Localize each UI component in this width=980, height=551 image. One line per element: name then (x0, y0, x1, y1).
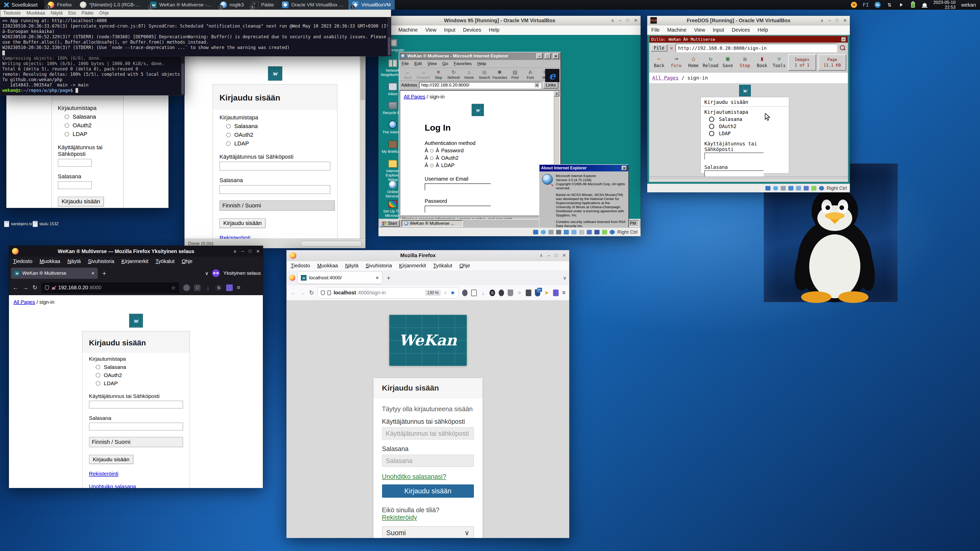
extension-shield-icon[interactable] (471, 289, 477, 296)
signin-button[interactable]: Kirjaudu sisään (382, 484, 474, 498)
hamburger-menu-icon[interactable]: ≡ (237, 284, 240, 291)
terminal-output[interactable]: => App running at: http://localhost:4000… (0, 17, 391, 56)
extension-gray-shield-icon[interactable] (508, 289, 513, 296)
task-nsgtk3[interactable]: 2 nsgtk3 (216, 0, 248, 10)
extension-puzzle-icon[interactable] (226, 284, 233, 291)
extension-dark-icon[interactable] (499, 289, 504, 296)
extension-fingerprint-icon[interactable] (462, 289, 468, 296)
radio-icon[interactable] (709, 124, 714, 129)
firefox-titlebar[interactable]: WeKan ® Multiverse — Mozilla Firefox Yks… (9, 246, 263, 257)
url-bar[interactable]: localhost :4000/sign-in 130 % ⁘ ★ (318, 287, 458, 299)
close-icon[interactable]: ✕ (622, 166, 627, 170)
extension-squares-icon[interactable]: ⁘ (517, 289, 522, 296)
radio-ldap[interactable]: LDAP (65, 131, 117, 138)
username-input[interactable] (89, 401, 183, 408)
desktop-icon-file2[interactable]: taulu 1532 (33, 221, 59, 227)
vm-features-icon[interactable] (602, 230, 607, 234)
username-input[interactable] (58, 159, 92, 167)
radio-icon[interactable] (430, 164, 434, 167)
radio-oauth2[interactable]: OAuth2 (226, 132, 331, 138)
menu-item[interactable]: View (428, 61, 437, 66)
firefox-titlebar[interactable]: Mozilla Firefox ∧ – □ ✕ (286, 250, 569, 261)
dialog-titlebar[interactable]: About Internet Explorer ✕ (539, 165, 628, 171)
task-virtualbox-manager[interactable]: Oracle VM VirtualBox M... (278, 0, 348, 10)
vboxdos-titlebar[interactable]: DOS FreeDOS [Running] - Oracle VM Virtua… (647, 16, 850, 25)
extension-pointer-icon[interactable]: ➤ (544, 289, 549, 296)
stop-button[interactable]: ☒Stop (737, 54, 753, 68)
radio-icon[interactable] (65, 123, 69, 128)
bookmark-star-icon[interactable]: ☆ (171, 285, 176, 291)
radio-password[interactable]: ÂÂPassword (425, 148, 559, 154)
close-icon[interactable]: ✕ (256, 249, 260, 254)
menu-item[interactable]: Tiedosto (3, 11, 21, 16)
vm-display-icon[interactable] (803, 186, 809, 191)
language-select[interactable]: Finnish / Suomi (89, 437, 183, 447)
menu-item[interactable]: Input (713, 27, 724, 33)
menu-item[interactable]: Sivuhistoria (88, 259, 114, 264)
vm-floppy-icon[interactable] (549, 230, 554, 234)
vbox95-titlebar[interactable]: Windows 95 [Running] - Oracle VM Virtual… (379, 16, 641, 25)
radio-icon[interactable] (65, 132, 69, 137)
dillo-titlebar[interactable]: Dillo: WeKan Â® Multiverse ✕ (649, 36, 848, 43)
extension-s-icon[interactable]: S (490, 289, 495, 296)
radio-oauth2[interactable]: ÂÂOAuth2 (425, 155, 559, 161)
downloads-icon[interactable]: ↓ (480, 289, 486, 296)
vm-hdd-icon[interactable] (533, 230, 538, 234)
radio-password[interactable]: Salasana (96, 364, 183, 370)
task-gimp[interactable]: *[Nimetön]-1.0 (RGB-vä... (76, 0, 146, 10)
hamburger-menu-icon[interactable]: ≡ (562, 289, 566, 296)
vm-network-icon[interactable] (564, 230, 569, 234)
menu-item[interactable]: Ohje (182, 259, 192, 264)
radio-icon[interactable] (430, 149, 434, 152)
links-button[interactable]: Links (543, 82, 558, 89)
tracking-shield-icon[interactable] (45, 286, 49, 290)
menu-item[interactable]: Favorites (454, 61, 472, 66)
volume-icon[interactable] (898, 2, 904, 8)
back-icon[interactable]: ← (290, 289, 296, 296)
desktop-icon-file[interactable]: sandqero.txt (4, 221, 33, 227)
menu-item[interactable]: Machine (398, 27, 418, 33)
stop-button[interactable]: ✕Stop (431, 69, 445, 79)
menu-item[interactable]: Tiedosto (13, 259, 32, 264)
notification-bell-icon[interactable] (921, 2, 928, 8)
menu-item[interactable]: Go (442, 61, 448, 66)
minimize-icon[interactable]: – (829, 18, 831, 23)
radio-password[interactable]: Salasana (226, 123, 331, 130)
all-pages-link[interactable]: All Pages (14, 299, 35, 305)
minimize-icon[interactable]: – (619, 18, 621, 23)
url-bar[interactable]: 192.168.0.20 :8000 ☆ (41, 283, 179, 293)
menu-item[interactable]: View (694, 27, 705, 33)
shade-icon[interactable]: ∧ (234, 249, 237, 254)
start-button[interactable]: Start (380, 220, 400, 227)
vm-usb-icon[interactable] (796, 186, 801, 191)
menu-item[interactable]: Edit (414, 61, 422, 66)
menu-item[interactable]: Input (444, 27, 455, 33)
radio-ldap[interactable]: LDAP (96, 380, 183, 386)
battery-icon[interactable] (910, 2, 916, 8)
url-input[interactable] (676, 44, 837, 52)
radio-icon[interactable] (96, 373, 100, 378)
new-tab-button[interactable]: + (100, 269, 108, 277)
menu-item[interactable]: Muokkaa (317, 263, 338, 268)
extension-fingerprint-icon[interactable] (183, 284, 190, 291)
vm-mouse-icon[interactable] (610, 230, 615, 234)
language-select[interactable]: Suomi ∨ (382, 526, 474, 538)
vm-floppy-icon[interactable] (781, 186, 786, 191)
file-menu-button[interactable]: File (651, 44, 667, 52)
register-link[interactable]: Rekisteröinti (89, 471, 183, 477)
extension-shield-icon[interactable]: ⛉ (194, 284, 200, 291)
reader-mode-icon[interactable]: ⁘ (443, 290, 448, 296)
maximize-icon[interactable]: □ (248, 249, 251, 254)
radio-password[interactable]: Salasana (709, 116, 785, 122)
ublock-origin-icon[interactable]: 9+ (535, 289, 541, 297)
bookmark-star-icon[interactable]: ★ (450, 289, 455, 296)
home-button[interactable]: ⌂Home (685, 54, 702, 68)
menu-item[interactable]: Help (489, 27, 499, 33)
close-icon[interactable]: ✕ (841, 37, 846, 41)
radio-oauth2[interactable]: OAuth2 (96, 372, 183, 378)
menu-item[interactable]: Pääte (81, 11, 94, 16)
menu-item[interactable]: Ohje (99, 11, 109, 16)
menu-item[interactable]: Kirjanmerkit (121, 259, 148, 264)
minimize-icon[interactable]: – (242, 249, 244, 254)
downloads-icon[interactable]: ↓ (205, 284, 211, 291)
